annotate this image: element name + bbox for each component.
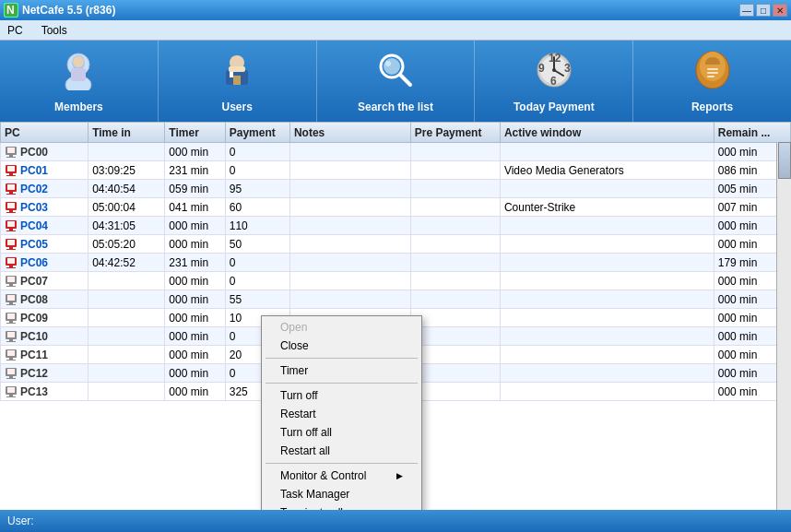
tab-payment[interactable]: 12 3 6 9 Today Payment — [475, 41, 633, 122]
svg-rect-71 — [7, 332, 15, 337]
cell-activewindow — [500, 327, 714, 346]
table-row[interactable]: PC02 04:40:54 059 min 95 005 min — [1, 180, 791, 198]
svg-rect-29 — [707, 76, 714, 77]
context-menu: OpenCloseTimerTurn offRestartTurn off al… — [261, 315, 422, 510]
cell-payment: 50 — [225, 235, 289, 254]
context-menu-item[interactable]: Task Manager — [262, 485, 421, 503]
cell-payment: 0 — [225, 254, 289, 272]
svg-rect-64 — [9, 302, 13, 304]
table-row[interactable]: PC00 000 min 0 000 min — [1, 143, 791, 161]
svg-rect-28 — [707, 72, 718, 74]
cell-timein: 04:42:52 — [89, 254, 165, 272]
cell-activewindow — [500, 272, 714, 290]
table-row[interactable]: PC08 000 min 55 000 min — [1, 290, 791, 309]
menu-pc[interactable]: PC — [4, 24, 27, 37]
cell-timer: 000 min — [165, 143, 225, 161]
cell-timer: 059 min — [165, 180, 225, 198]
col-remain: Remain ... — [714, 123, 790, 143]
pc-label: PC03 — [20, 201, 48, 214]
pc-label: PC02 — [20, 183, 48, 195]
context-menu-item[interactable]: Close — [262, 337, 421, 355]
scrollbar-thumb[interactable] — [778, 142, 791, 179]
pc-status-icon — [5, 312, 18, 325]
context-menu-item[interactable]: Turn off all — [262, 423, 421, 442]
cell-pc: PC09 — [1, 309, 89, 327]
pc-label: PC10 — [20, 330, 48, 343]
svg-rect-33 — [6, 157, 16, 158]
tab-users[interactable]: Users — [159, 41, 317, 122]
svg-rect-80 — [9, 376, 13, 378]
svg-rect-51 — [7, 240, 15, 245]
cell-prepayment — [410, 327, 500, 346]
svg-rect-55 — [7, 258, 15, 264]
cell-notes — [289, 198, 410, 217]
cell-timer: 000 min — [165, 272, 225, 290]
pc-status-icon — [5, 146, 18, 159]
pc-label: PC05 — [20, 238, 48, 251]
cell-payment: 110 — [225, 217, 289, 235]
svg-rect-11 — [229, 66, 245, 72]
cell-timein — [89, 364, 165, 383]
cell-timein — [89, 309, 165, 327]
close-button[interactable]: ✕ — [773, 4, 787, 17]
cell-pc: PC12 — [1, 364, 89, 383]
cell-activewindow — [500, 180, 714, 198]
cell-notes — [289, 143, 410, 161]
cell-pc: PC02 — [1, 180, 89, 198]
table-row[interactable]: PC06 04:42:52 231 min 0 179 min — [1, 254, 791, 272]
cell-timer: 041 min — [165, 198, 225, 217]
cell-payment: 60 — [225, 198, 289, 217]
cell-prepayment — [410, 180, 500, 198]
table-row[interactable]: PC03 05:00:04 041 min 60 Counter-Strike … — [1, 198, 791, 217]
svg-rect-53 — [6, 249, 16, 250]
svg-rect-65 — [6, 304, 16, 305]
svg-rect-41 — [6, 194, 16, 195]
context-menu-item[interactable]: Restart — [262, 405, 421, 423]
cell-pc: PC07 — [1, 272, 89, 290]
pc-status-icon — [5, 219, 18, 232]
cell-prepayment — [410, 235, 500, 254]
cell-timer: 000 min — [165, 309, 225, 327]
svg-text:6: 6 — [550, 75, 557, 88]
pc-label: PC08 — [20, 293, 48, 306]
cell-pc: PC04 — [1, 217, 89, 235]
svg-rect-72 — [9, 339, 13, 341]
menu-bar: PC Tools — [0, 20, 791, 41]
tab-search[interactable]: Search the list — [317, 41, 476, 122]
cell-pc: PC01 — [1, 161, 89, 180]
minimize-button[interactable]: — — [739, 4, 754, 17]
svg-rect-31 — [7, 148, 15, 153]
table-row[interactable]: PC04 04:31:05 000 min 110 000 min — [1, 217, 791, 235]
context-menu-item[interactable]: Terminate all processes — [262, 503, 421, 510]
cell-timein: 05:00:04 — [89, 198, 165, 217]
table-row[interactable]: PC01 03:09:25 231 min 0 Video Media Gene… — [1, 161, 791, 180]
title-bar: N NetCafe 5.5 (r836) — □ ✕ — [0, 0, 791, 20]
cell-activewindow — [500, 290, 714, 309]
users-icon — [217, 50, 257, 97]
context-menu-item[interactable]: Turn off — [262, 386, 421, 405]
tab-members[interactable]: Members — [0, 41, 159, 122]
maximize-button[interactable]: □ — [756, 4, 771, 17]
svg-rect-85 — [6, 396, 16, 397]
cell-timein: 03:09:25 — [89, 161, 165, 180]
context-menu-item[interactable]: Monitor & Control — [262, 467, 421, 485]
cell-activewindow — [500, 235, 714, 254]
context-menu-item[interactable]: Open — [262, 318, 421, 337]
svg-rect-59 — [7, 277, 15, 282]
cell-pc: PC05 — [1, 235, 89, 254]
menu-tools[interactable]: Tools — [38, 24, 71, 37]
table-scrollbar[interactable] — [776, 142, 791, 510]
window-title: NetCafe 5.5 (r836) — [22, 4, 115, 17]
svg-rect-32 — [9, 155, 13, 157]
table-row[interactable]: PC07 000 min 0 000 min — [1, 272, 791, 290]
table-row[interactable]: PC05 05:05:20 000 min 50 000 min — [1, 235, 791, 254]
svg-rect-76 — [9, 358, 13, 360]
context-menu-separator — [266, 463, 418, 464]
context-menu-separator — [266, 358, 418, 359]
tab-reports[interactable]: Reports — [633, 41, 791, 122]
cell-timein — [89, 346, 165, 364]
svg-rect-52 — [9, 247, 13, 249]
context-menu-item[interactable]: Timer — [262, 361, 421, 380]
context-menu-item[interactable]: Restart all — [262, 442, 421, 460]
pc-status-icon — [5, 293, 18, 306]
